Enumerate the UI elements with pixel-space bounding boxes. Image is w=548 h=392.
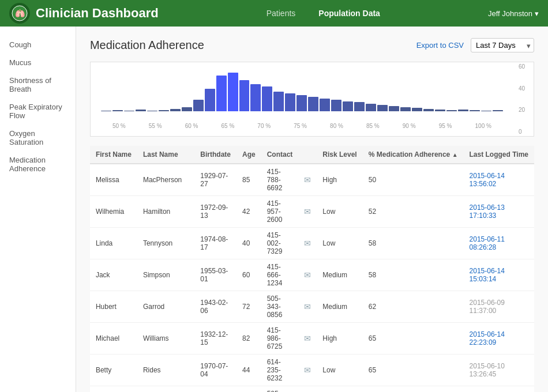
sidebar-item-oxygen[interactable]: Oxygen Saturation bbox=[0, 125, 76, 151]
cell-email[interactable]: ✉ bbox=[298, 291, 317, 323]
cell-age: 44 bbox=[237, 355, 261, 386]
cell-adherence: 52 bbox=[363, 196, 464, 228]
table-row: Hubert Garrod 1943-02-06 72 505-343-0856… bbox=[90, 291, 534, 323]
chart-x-label: 55 % bbox=[149, 123, 162, 129]
chart-bar-6 bbox=[170, 109, 181, 112]
cell-logged-time[interactable]: 2015-06-13 17:10:33 bbox=[464, 196, 534, 228]
cell-first-name: Betty bbox=[90, 355, 137, 386]
cell-logged-time[interactable]: 2015-06-14 05:18:55 bbox=[464, 386, 534, 393]
sidebar-item-shortness[interactable]: Shortness of Breath bbox=[0, 71, 76, 98]
cell-adherence: 65 bbox=[363, 355, 464, 386]
chart-x-label: 95 % bbox=[439, 123, 452, 129]
table-row: Betty Rides 1970-07-04 44 614-235-6232 ✉… bbox=[90, 355, 534, 386]
cell-last-name: MacPherson bbox=[137, 164, 194, 196]
cell-age: 60 bbox=[237, 259, 261, 291]
header: 🫁 Clinician Dashboard Patients Populatio… bbox=[0, 0, 548, 27]
cell-logged-time[interactable]: 2015-06-09 11:37:00 bbox=[464, 291, 534, 323]
chart-bar-12 bbox=[239, 80, 250, 111]
cell-birthdate: 1955-03-01 bbox=[194, 259, 237, 291]
app-title: Clinician Dashboard bbox=[36, 6, 159, 21]
chart-bar-9 bbox=[205, 89, 215, 111]
chart-bars bbox=[96, 68, 508, 111]
chart-bar-30 bbox=[446, 110, 457, 111]
col-adherence: % Medication Adherence ▲ bbox=[363, 146, 464, 164]
nav-population[interactable]: Population Data bbox=[318, 9, 380, 18]
cell-risk: Low bbox=[317, 355, 362, 386]
chart-x-label: 70 % bbox=[257, 123, 271, 129]
cell-age: 72 bbox=[237, 291, 261, 323]
chart-bar-3 bbox=[136, 110, 146, 111]
cell-email[interactable]: ✉ bbox=[298, 355, 317, 386]
chart-bar-11 bbox=[228, 73, 238, 112]
cell-adherence: 62 bbox=[363, 291, 464, 323]
patients-table: First Name Last Name Birthdate Age Conta… bbox=[90, 146, 534, 392]
cell-birthdate: 1943-02-06 bbox=[194, 291, 237, 323]
col-logged-time: Last Logged Time bbox=[464, 146, 534, 164]
cell-contact: 415-957-2600 bbox=[261, 196, 299, 228]
cell-risk: Low bbox=[317, 196, 362, 228]
export-csv-link[interactable]: Export to CSV bbox=[416, 41, 464, 50]
col-email-icon-header bbox=[298, 146, 317, 164]
svg-text:🫁: 🫁 bbox=[15, 9, 25, 18]
cell-adherence: 65 bbox=[363, 323, 464, 355]
sidebar-item-peak[interactable]: Peak Expiratory Flow bbox=[0, 98, 76, 125]
email-icon: ✉ bbox=[304, 175, 311, 184]
col-first-name: First Name bbox=[90, 146, 137, 164]
table-header-row: First Name Last Name Birthdate Age Conta… bbox=[90, 146, 534, 164]
cell-contact: 505-235-6529 bbox=[261, 386, 299, 393]
chart-x-label: 90 % bbox=[403, 123, 416, 129]
col-contact: Contact bbox=[261, 146, 299, 164]
chart-bar-13 bbox=[250, 84, 261, 111]
col-risk: Risk Level bbox=[317, 146, 362, 164]
cell-first-name: Michael bbox=[90, 323, 137, 355]
cell-email[interactable]: ✉ bbox=[298, 228, 317, 259]
cell-last-name: Tennyson bbox=[137, 228, 194, 259]
table-row: Jack Simpson 1955-03-01 60 415-666-1234 … bbox=[90, 259, 534, 291]
chart-bar-32 bbox=[470, 110, 480, 111]
chart-bar-21 bbox=[343, 101, 353, 111]
cell-email[interactable]: ✉ bbox=[298, 196, 317, 228]
cell-age: 82 bbox=[237, 323, 261, 355]
cell-email[interactable]: ✉ bbox=[298, 164, 317, 196]
chart-x-label: 80 % bbox=[330, 123, 343, 129]
cell-first-name: Melissa bbox=[90, 164, 137, 196]
cell-risk: Low bbox=[317, 386, 362, 393]
cell-logged-time[interactable]: 2015-06-14 15:03:14 bbox=[464, 259, 534, 291]
sidebar-item-cough[interactable]: Cough bbox=[0, 36, 76, 54]
cell-email[interactable]: ✉ bbox=[298, 259, 317, 291]
user-menu[interactable]: Jeff Johnston ▾ bbox=[488, 9, 539, 18]
chart-x-label: 50 % bbox=[112, 123, 126, 129]
cell-contact: 505-343-0856 bbox=[261, 291, 299, 323]
chevron-down-icon: ▾ bbox=[535, 9, 539, 18]
cell-logged-time[interactable]: 2015-06-14 22:23:09 bbox=[464, 323, 534, 355]
cell-birthdate: 1974-08-17 bbox=[194, 228, 237, 259]
cell-adherence: 65 bbox=[363, 386, 464, 393]
chart-bar-17 bbox=[296, 95, 307, 111]
section-title: Medication Adherence bbox=[90, 39, 204, 52]
cell-birthdate: 1970-07-04 bbox=[194, 355, 237, 386]
email-icon: ✉ bbox=[304, 239, 311, 248]
cell-email[interactable]: ✉ bbox=[298, 323, 317, 355]
cell-risk: High bbox=[317, 323, 362, 355]
chart-bar-15 bbox=[273, 92, 284, 111]
chart-bar-29 bbox=[435, 110, 445, 111]
cell-logged-time[interactable]: 2015-06-14 13:56:02 bbox=[464, 164, 534, 196]
chart-bar-7 bbox=[182, 107, 192, 111]
cell-logged-time[interactable]: 2015-06-10 13:26:45 bbox=[464, 355, 534, 386]
cell-contact: 415-986-6725 bbox=[261, 323, 299, 355]
chart-bar-34 bbox=[493, 110, 503, 111]
section-controls: Export to CSV Last 7 Days Last 30 Days L… bbox=[416, 38, 534, 52]
cell-last-name: Williams bbox=[137, 323, 194, 355]
cell-logged-time[interactable]: 2015-06-11 08:26:28 bbox=[464, 228, 534, 259]
nav-patients[interactable]: Patients bbox=[267, 9, 296, 18]
date-range-select[interactable]: Last 7 Days Last 30 Days Last 90 Days bbox=[471, 38, 534, 52]
sidebar-item-medication[interactable]: Medication Adherence bbox=[0, 151, 76, 178]
sidebar-item-mucus[interactable]: Mucus bbox=[0, 54, 76, 71]
cell-age: 47 bbox=[237, 386, 261, 393]
cell-adherence: 50 bbox=[363, 164, 464, 196]
chart-bar-22 bbox=[354, 102, 365, 111]
cell-email[interactable]: ✉ bbox=[298, 386, 317, 393]
chart-bar-2 bbox=[124, 111, 134, 111]
section-header: Medication Adherence Export to CSV Last … bbox=[90, 38, 534, 52]
chart-y-label: 40 bbox=[519, 85, 531, 92]
